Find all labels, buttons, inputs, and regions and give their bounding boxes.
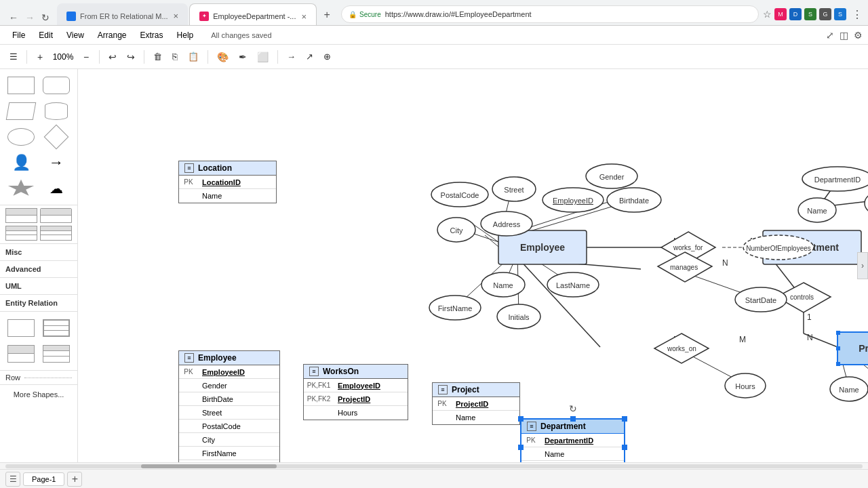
ext-icon-4: G (819, 8, 831, 20)
svg-rect-48 (836, 331, 840, 335)
er-shape-3[interactable] (5, 343, 37, 365)
menu-edit[interactable]: Edit (32, 28, 60, 42)
menu-file[interactable]: File (5, 28, 32, 42)
shape-star[interactable] (5, 178, 37, 199)
waypoint-btn[interactable]: ↗ (302, 48, 317, 66)
location-table-title: Location (198, 163, 232, 173)
redo-btn[interactable]: ↪ (123, 48, 139, 66)
zoom-in-btn[interactable]: + (32, 49, 48, 65)
forward-btn[interactable]: → (22, 10, 38, 25)
employee-field-id: EmployeeID (198, 367, 249, 378)
copy-btn[interactable]: ⎘ (168, 48, 182, 66)
expand-right-btn[interactable]: › (857, 252, 868, 279)
shape-diamond[interactable] (41, 126, 72, 148)
shape-person[interactable]: 👤 (5, 152, 37, 174)
page-tab-label: Page-1 (32, 475, 56, 483)
back-btn[interactable]: ← (5, 10, 22, 25)
bookmark-icon[interactable]: ☆ (763, 9, 772, 20)
ext-icon-3: S (804, 8, 816, 20)
menu-view[interactable]: View (60, 28, 91, 42)
svg-text:NumberOfEmployees: NumberOfEmployees (746, 245, 811, 252)
workson-field-projid: ProjectID (334, 394, 374, 405)
active-tab-label: EmployeeDepartment -... (213, 12, 296, 20)
tab-active[interactable]: ✦ EmployeeDepartment -... × (189, 3, 317, 25)
employee-table[interactable]: ≡ Employee PK EmployeeID Gender BirthDat… (178, 350, 280, 462)
svg-text:Name: Name (807, 207, 827, 215)
new-tab-btn[interactable]: + (318, 6, 336, 24)
add-page-btn[interactable]: + (67, 472, 82, 487)
svg-text:FirstName: FirstName (438, 304, 473, 312)
shape-cloud[interactable]: ☁ (41, 178, 72, 199)
inactive-tab-label: From ER to Relational M... (80, 12, 168, 20)
pages-menu-btn[interactable]: ☰ (5, 472, 20, 487)
more-shapes-btn[interactable]: More Shapes... (0, 384, 77, 404)
shadow-btn[interactable]: ⬜ (253, 48, 273, 66)
inactive-tab-close[interactable]: × (174, 11, 179, 21)
address-bar[interactable]: 🔒 Secure https://www.draw.io/#LEmployeeD… (341, 5, 759, 23)
undo-btn[interactable]: ↩ (104, 48, 121, 66)
ext-icon-5: S (834, 8, 846, 20)
department-table-selected[interactable]: ↻ ≡ Department PK DepartmentID Name FK L… (520, 418, 625, 462)
line-color-btn[interactable]: ✒ (235, 48, 251, 66)
dept-field-id: DepartmentID (540, 435, 597, 446)
section-uml[interactable]: UML (0, 277, 77, 294)
active-tab-close[interactable]: × (301, 12, 307, 22)
shape-parallelogram[interactable] (5, 100, 37, 122)
employee-field-firstname: FirstName (198, 448, 241, 459)
zoom-out-btn[interactable]: − (78, 49, 94, 65)
svg-text:M: M (739, 335, 746, 344)
svg-text:City: City (450, 226, 463, 235)
svg-text:controls: controls (790, 293, 814, 301)
menu-help[interactable]: Help (170, 28, 201, 42)
er-shape-4[interactable] (41, 343, 72, 365)
scrollbar-area[interactable] (0, 462, 868, 469)
page-tabs-bar: ☰ Page-1 + (0, 469, 868, 488)
menu-extras[interactable]: Extras (134, 28, 170, 42)
svg-text:Initials: Initials (508, 313, 530, 321)
er-shape-1[interactable] (5, 317, 37, 339)
employee-field-gender: Gender (198, 380, 231, 391)
shape-cylinder[interactable] (41, 100, 72, 122)
svg-text:Address: Address (493, 220, 521, 228)
paste-btn[interactable]: 📋 (184, 48, 203, 66)
shape-rounded[interactable] (41, 75, 72, 96)
svg-text:N: N (807, 333, 813, 342)
connector-btn[interactable]: → (283, 48, 300, 66)
shape-rect[interactable] (5, 75, 37, 96)
insert-btn[interactable]: ⊕ (319, 48, 335, 66)
location-table[interactable]: ≡ Location PK LocationID Name (178, 161, 277, 203)
svg-text:Street: Street (504, 186, 524, 194)
section-misc[interactable]: Misc (0, 243, 77, 260)
section-advanced[interactable]: Advanced (0, 260, 77, 277)
delete-btn[interactable]: 🗑 (149, 48, 166, 66)
sidebar-toggle-btn[interactable]: ☰ (5, 48, 22, 66)
svg-text:Birthdate: Birthdate (619, 197, 649, 205)
panel-icon[interactable]: ◫ (840, 30, 848, 41)
shape-ellipse[interactable] (5, 126, 37, 148)
svg-text:PostalCode: PostalCode (441, 191, 479, 199)
lock-icon: 🔒 (349, 11, 357, 18)
toolbar: ☰ + 100% − ↩ ↪ 🗑 ⎘ 📋 🎨 ✒ ⬜ → ↗ ⊕ (0, 45, 868, 69)
er-shape-2[interactable] (41, 317, 72, 339)
location-field-name: Name (198, 190, 226, 201)
canvas[interactable]: N 1 1 N N M 1 N works_for manages works_… (78, 69, 868, 462)
shape-table-1[interactable] (0, 205, 77, 243)
svg-text:1: 1 (807, 312, 812, 322)
browser-menu-icon[interactable]: ⋮ (852, 8, 863, 21)
svg-text:EmployeeID: EmployeeID (553, 197, 593, 205)
svg-rect-54 (836, 346, 840, 350)
svg-text:works_for: works_for (673, 244, 703, 251)
left-panel: 👤 → ☁ (0, 69, 78, 462)
menu-arrange[interactable]: Arrange (91, 28, 134, 42)
page-tab-1[interactable]: Page-1 (23, 472, 64, 486)
project-table[interactable]: ≡ Project PK ProjectID Name (432, 382, 520, 425)
fullscreen-icon[interactable]: ⤢ (826, 30, 834, 41)
refresh-btn[interactable]: ↻ (38, 10, 53, 25)
workson-table[interactable]: ≡ WorksOn PK,FK1 EmployeeID PK,FK2 Proje… (303, 364, 408, 420)
row-section[interactable]: Row (0, 370, 77, 384)
section-entity-relation[interactable]: Entity Relation (0, 294, 77, 311)
shape-arrow[interactable]: → (41, 152, 72, 174)
tab-inactive[interactable]: From ER to Relational M... × (57, 3, 188, 25)
settings-icon[interactable]: ⚙ (854, 30, 863, 41)
fill-color-btn[interactable]: 🎨 (213, 48, 233, 66)
